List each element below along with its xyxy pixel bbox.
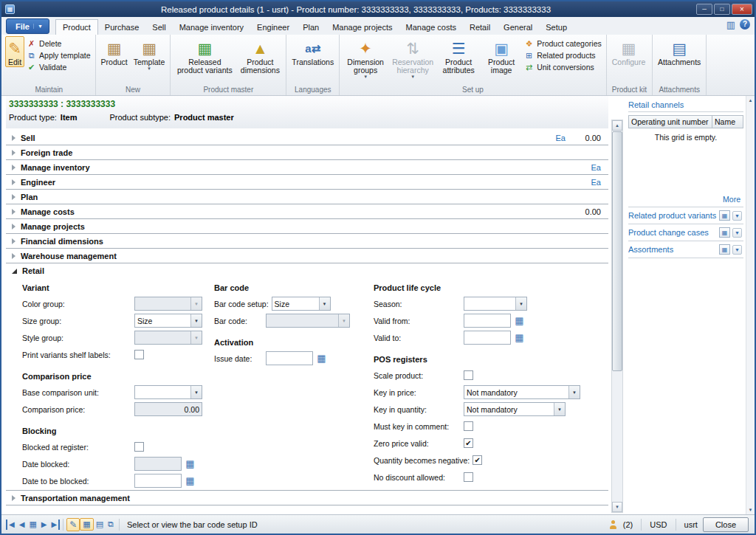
fasttab-warehouse-management[interactable]: Warehouse management [6,249,608,263]
tab-product[interactable]: Product [55,19,98,35]
tab-purchase[interactable]: Purchase [98,19,145,35]
tab-sell[interactable]: Sell [145,19,172,35]
workspace-layout-icon[interactable]: ▥ [726,20,735,30]
chevron-down-icon[interactable]: ▼ [568,386,580,398]
delete-button[interactable]: ✗ Delete [27,39,90,48]
product-image-button[interactable]: ▣ Product image [481,36,522,75]
fasttab-financial-dimensions[interactable]: Financial dimensions [6,234,608,249]
go-next-button[interactable]: ▶ [39,520,49,530]
must-key-in-comment-checkbox[interactable] [464,421,473,431]
scroll-down-icon[interactable]: ▼ [746,508,755,512]
open-grid-icon[interactable]: ▦ [719,244,730,255]
print-variants-shelf-labels-checkbox[interactable] [134,350,144,359]
fasttab-foreign-trade[interactable]: Foreign trade [6,145,608,160]
fasttab-plan[interactable]: Plan [6,190,608,204]
tab-retail[interactable]: Retail [463,19,497,35]
chevron-down-icon[interactable]: ▼ [190,314,202,327]
issue-date-field[interactable] [266,351,313,365]
chevron-down-icon[interactable]: ▼ [319,297,330,310]
tab-engineer[interactable]: Engineer [250,19,296,35]
tab-manage-projects[interactable]: Manage projects [326,19,399,35]
close-form-button[interactable]: Close [703,517,749,532]
related-products-button[interactable]: ⊞ Related products [524,51,602,60]
tab-manage-costs[interactable]: Manage costs [399,19,463,35]
product-attributes-button[interactable]: ☰ Product attributes [436,36,481,75]
help-icon[interactable]: ? [740,19,750,30]
quantity-becomes-negative-checkbox[interactable] [472,455,482,465]
fasttab-manage-inventory[interactable]: Manage inventory Ea [6,160,608,175]
tab-plan[interactable]: Plan [296,19,326,35]
go-last-button[interactable]: ▶ [49,520,61,530]
chevron-down-icon[interactable]: ▼ [190,386,202,398]
minimize-button[interactable]: ─ [696,4,712,15]
fasttab-retail[interactable]: Retail [6,263,608,278]
tab-general[interactable]: General [497,19,539,35]
fasttab-engineer[interactable]: Engineer Ea [6,175,608,190]
factbox-related-product-variants[interactable]: Related product variants ▦ ▼ [628,207,743,224]
bar-code-setup-select[interactable]: Size▼ [272,297,331,311]
file-menu-button[interactable]: File ▼ [6,18,49,34]
validate-button[interactable]: ✔ Validate [27,63,90,72]
calendar-icon[interactable]: ▦ [513,331,526,344]
zero-price-valid-checkbox[interactable] [464,438,473,448]
chevron-down-icon[interactable]: ▼ [732,245,742,255]
close-window-button[interactable]: × [732,4,752,15]
clipboard-icon[interactable]: ⧉ [106,519,116,530]
calendar-icon[interactable]: ▦ [184,458,196,470]
attachments-button[interactable]: ▤ Attachments [655,36,704,67]
key-in-quantity-select[interactable]: Not mandatory▼ [464,402,566,416]
season-select[interactable]: ▼ [464,297,527,311]
apply-template-button[interactable]: ⧉ Apply template [27,51,90,60]
scroll-up-icon[interactable]: ▲ [612,120,622,131]
go-first-button[interactable]: ◀ [6,520,17,530]
column-header-name[interactable]: Name [712,115,743,128]
grid-icon[interactable]: ▦ [80,518,93,531]
tab-manage-inventory[interactable]: Manage inventory [173,19,250,35]
fasttab-manage-projects[interactable]: Manage projects [6,219,608,234]
factbox-scrollbar[interactable]: ▲ ▼ [746,96,755,514]
retail-channels-section-header[interactable]: Retail channels [628,100,743,112]
scrollbar-thumb[interactable] [612,131,622,371]
column-header-operating-unit-number[interactable]: Operating unit number [628,115,712,128]
open-grid-icon[interactable]: ▦ [719,227,730,238]
scroll-down-icon[interactable]: ▼ [612,502,622,512]
product-categories-button[interactable]: ❖ Product categories [524,39,602,48]
scale-product-checkbox[interactable] [464,370,473,380]
chevron-down-icon[interactable]: ▼ [732,211,742,221]
edit-record-icon[interactable]: ✎ [66,518,80,531]
base-comparison-unit-select[interactable]: ▼ [134,385,202,399]
factbox-product-change-cases[interactable]: Product change cases ▦ ▼ [628,224,743,241]
calendar-icon[interactable]: ▦ [184,474,196,487]
tab-setup[interactable]: Setup [539,19,574,35]
translations-button[interactable]: a⇄ Translations [289,36,337,67]
product-dimensions-button[interactable]: ▲ Product dimensions [236,36,284,75]
calendar-icon[interactable]: ▦ [513,314,526,327]
valid-from-field[interactable] [464,314,511,328]
details-view-icon[interactable]: ▤ [94,519,106,530]
open-grid-icon[interactable]: ▦ [719,210,730,221]
valid-to-field[interactable] [464,331,511,345]
date-to-be-blocked-field[interactable] [134,474,182,488]
chevron-down-icon[interactable]: ▼ [554,403,565,415]
new-template-button[interactable]: ▦ Template ▼ [131,36,168,72]
main-vertical-scrollbar[interactable]: ▲ ▼ [611,96,624,514]
go-previous-button[interactable]: ◀ [17,520,27,530]
calendar-icon[interactable]: ▦ [315,352,328,365]
factbox-assortments[interactable]: Assortments ▦ ▼ [628,241,743,258]
fasttab-manage-costs[interactable]: Manage costs 0.00 [6,204,608,219]
grid-view-button[interactable]: ▦ [27,519,38,530]
new-product-button[interactable]: ▦ Product [98,36,131,67]
released-product-variants-button[interactable]: ▦ Released product variants [173,36,236,75]
no-discount-allowed-checkbox[interactable] [464,472,473,482]
key-in-price-select[interactable]: Not mandatory▼ [464,385,580,399]
notifications-count[interactable]: (2) [623,520,633,529]
more-link[interactable]: More [628,195,743,207]
scroll-up-icon[interactable]: ▲ [746,98,755,103]
fasttab-sell[interactable]: Sell Ea0.00 [6,131,608,145]
unit-conversions-button[interactable]: ⇄ Unit conversions [524,63,602,72]
fasttab-transportation-management[interactable]: Transportation management [6,491,608,505]
size-group-select[interactable]: Size▼ [134,314,202,328]
blocked-at-register-checkbox[interactable] [134,442,144,452]
dimension-groups-button[interactable]: ✦ Dimension groups ▼ [342,36,389,80]
edit-button[interactable]: ✎ Edit [5,36,24,67]
